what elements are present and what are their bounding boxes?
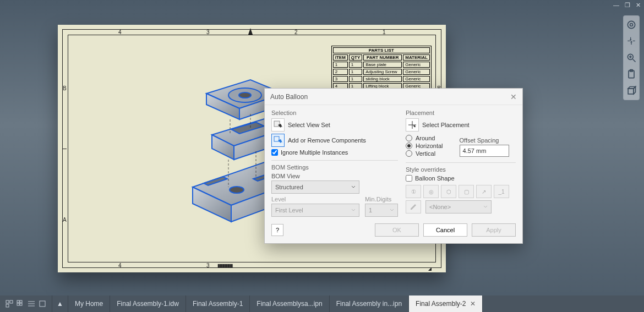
dialog-titlebar[interactable]: Auto Balloon ✕ <box>265 89 522 105</box>
ruler-mark: 3 <box>206 29 210 35</box>
svg-point-22 <box>627 21 635 28</box>
bom-view-label: BOM View <box>271 173 398 179</box>
ruler-mark: 2 <box>294 29 298 35</box>
viewcube-button[interactable] <box>625 84 638 97</box>
add-remove-components-label: Add or Remove Components <box>288 137 366 144</box>
parts-list-title: PARTS LIST <box>333 47 430 53</box>
document-tab[interactable]: Final Assembly-1 <box>186 295 250 312</box>
corner-mark: ◣ <box>427 268 432 271</box>
table-row: 31sliding blockGeneric <box>333 76 430 82</box>
tab-label: Final Assemblysa...ipn <box>256 300 322 308</box>
min-digits-value: 1 <box>369 207 372 214</box>
ignore-multiple-checkbox[interactable]: Ignore Multiple Instances <box>271 149 398 156</box>
svg-rect-47 <box>40 301 45 306</box>
tab-label: Final Assembly-2 <box>416 300 466 308</box>
view-tree-icon[interactable] <box>6 300 13 308</box>
col-item: ITEM <box>333 54 348 61</box>
view-list-icon[interactable] <box>28 300 35 308</box>
add-remove-components-button[interactable] <box>271 134 285 147</box>
min-digits-label: Min.Digits <box>365 196 398 202</box>
shape-underline: _1 <box>494 185 509 198</box>
level-label: Level <box>271 196 359 202</box>
shape-circle: ① <box>406 185 421 198</box>
table-cell: 1 <box>349 76 362 82</box>
balloon-shape-checkbox[interactable]: Balloon Shape <box>406 175 516 182</box>
table-cell: 1 <box>349 62 362 68</box>
svg-rect-40 <box>17 300 19 303</box>
col-material: MATERIAL <box>403 54 430 61</box>
balloon-shape-input[interactable] <box>406 175 412 182</box>
tab-label: Final Assembly in...ipn <box>336 300 402 308</box>
apply-button: Apply <box>472 223 516 237</box>
maximize-button[interactable]: ❐ <box>625 2 630 9</box>
table-cell: 2 <box>333 69 348 75</box>
cancel-button[interactable]: Cancel <box>423 223 467 237</box>
min-digits-select: 1 <box>365 204 398 217</box>
col-part-number: PART NUMBER <box>363 54 402 61</box>
ruler-mark: 4 <box>118 29 122 35</box>
level-value: First Level <box>275 207 303 214</box>
center-tick <box>62 149 67 149</box>
placement-horizontal-radio[interactable]: Horizontal <box>406 143 443 149</box>
offset-spacing-input[interactable]: 4.57 mm <box>460 145 509 157</box>
document-tab[interactable]: Final Assemblysa...ipn <box>250 295 329 312</box>
placement-section-label: Placement <box>406 110 516 116</box>
document-tab[interactable]: My Home <box>68 295 110 312</box>
table-cell: 1 <box>349 69 362 75</box>
table-cell: Adjusting Screw <box>363 69 402 75</box>
zoom-button[interactable] <box>625 51 638 64</box>
offset-spacing-value: 4.57 mm <box>463 147 487 154</box>
svg-rect-30 <box>628 89 634 94</box>
svg-rect-39 <box>6 304 9 307</box>
document-tab[interactable]: Final Assembly in...ipn <box>330 295 409 312</box>
ruler-mark: 3 <box>206 262 210 269</box>
view-grid-icon[interactable] <box>17 300 24 308</box>
document-tab-bar: ▲ My HomeFinal Assembly-1.idwFinal Assem… <box>0 295 644 312</box>
style-overrides-label: Style overrides <box>406 166 516 173</box>
svg-rect-37 <box>6 300 9 303</box>
svg-rect-41 <box>20 300 22 303</box>
document-tab[interactable]: Final Assembly-2✕ <box>409 295 483 312</box>
navigation-toolbar <box>623 15 640 100</box>
placement-vertical-radio[interactable]: Vertical <box>406 150 443 157</box>
tab-menu-button[interactable]: ▲ <box>52 295 68 312</box>
balloon-shape-options: ① ◎ ⬡ ▢ ↗ _1 <box>406 185 516 198</box>
table-cell: sliding block <box>363 76 402 82</box>
clipboard-button[interactable] <box>625 68 638 81</box>
shape-hex: ⬡ <box>441 185 456 198</box>
bom-view-value: Structured <box>275 184 303 190</box>
ok-button: OK <box>375 223 419 237</box>
ruler-mark: 4 <box>118 262 122 269</box>
pan-button[interactable] <box>625 35 638 48</box>
bom-settings-label: BOM Settings <box>271 164 398 171</box>
dialog-close-button[interactable]: ✕ <box>510 92 517 101</box>
bom-view-select[interactable]: Structured <box>271 180 359 194</box>
svg-marker-32 <box>634 87 635 94</box>
table-cell: Generic <box>403 62 430 68</box>
tab-close-icon[interactable]: ✕ <box>470 300 476 308</box>
tab-label: My Home <box>75 300 103 308</box>
view-single-icon[interactable] <box>39 300 46 308</box>
table-cell: Base plate <box>363 62 402 68</box>
close-window-button[interactable]: ✕ <box>636 2 641 9</box>
select-view-set-button[interactable] <box>271 118 285 132</box>
minimize-button[interactable]: — <box>613 2 619 8</box>
shape-double-circle: ◎ <box>423 185 439 198</box>
ignore-multiple-input[interactable] <box>271 149 278 156</box>
document-tab[interactable]: Final Assembly-1.idw <box>110 295 186 312</box>
ignore-multiple-label: Ignore Multiple Instances <box>281 149 348 156</box>
window-controls: — ❐ ✕ <box>610 0 644 10</box>
help-button[interactable]: ? <box>271 224 283 236</box>
vertical-label: Vertical <box>416 150 435 157</box>
home-view-button[interactable] <box>625 18 638 31</box>
parts-list-table: PARTS LIST ITEM QTY PART NUMBER MATERIAL… <box>331 46 432 91</box>
around-label: Around <box>416 135 435 141</box>
placement-around-radio[interactable]: Around <box>406 135 443 141</box>
select-view-set-label: Select View Set <box>288 122 330 128</box>
table-cell: 1 <box>333 62 348 68</box>
hatch-mark: ▮▮▮▮▮▮▮▮▮ <box>217 263 232 268</box>
table-row: 11Base plateGeneric <box>333 62 430 68</box>
select-placement-button[interactable] <box>406 118 419 132</box>
horizontal-label: Horizontal <box>416 143 443 149</box>
tab-label: Final Assembly-1.idw <box>117 300 179 308</box>
